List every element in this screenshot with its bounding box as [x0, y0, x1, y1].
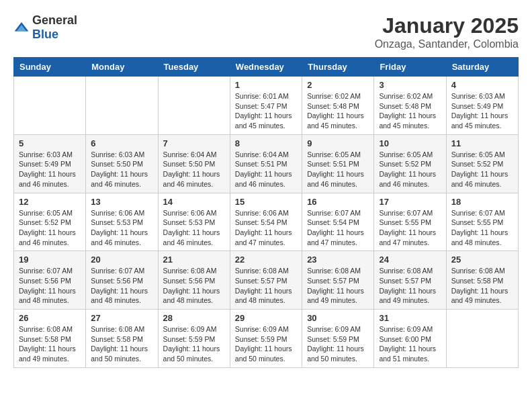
- calendar-cell: 14Sunrise: 6:06 AM Sunset: 5:53 PM Dayli…: [158, 193, 230, 251]
- day-info: Sunrise: 6:07 AM Sunset: 5:54 PM Dayligh…: [307, 208, 369, 248]
- logo-text: General Blue: [32, 13, 77, 42]
- day-number: 6: [91, 138, 152, 148]
- day-number: 17: [379, 197, 441, 207]
- day-info: Sunrise: 6:08 AM Sunset: 5:58 PM Dayligh…: [19, 324, 81, 364]
- day-number: 12: [19, 197, 81, 207]
- weekday-sunday: Sunday: [14, 58, 86, 77]
- week-row-1: 1Sunrise: 6:01 AM Sunset: 5:47 PM Daylig…: [14, 77, 519, 135]
- day-info: Sunrise: 6:03 AM Sunset: 5:49 PM Dayligh…: [451, 91, 513, 131]
- day-info: Sunrise: 6:09 AM Sunset: 6:00 PM Dayligh…: [379, 324, 441, 364]
- day-number: 14: [163, 197, 225, 207]
- calendar-cell: [446, 310, 518, 368]
- weekday-tuesday: Tuesday: [158, 58, 230, 77]
- day-info: Sunrise: 6:08 AM Sunset: 5:57 PM Dayligh…: [379, 266, 441, 306]
- day-number: 4: [451, 80, 513, 90]
- week-row-2: 5Sunrise: 6:03 AM Sunset: 5:49 PM Daylig…: [14, 134, 519, 193]
- weekday-wednesday: Wednesday: [230, 58, 302, 77]
- calendar-cell: 12Sunrise: 6:05 AM Sunset: 5:52 PM Dayli…: [14, 193, 86, 251]
- day-number: 3: [379, 80, 441, 90]
- day-info: Sunrise: 6:04 AM Sunset: 5:50 PM Dayligh…: [163, 150, 225, 189]
- calendar-cell: 29Sunrise: 6:09 AM Sunset: 5:59 PM Dayli…: [230, 310, 302, 368]
- day-info: Sunrise: 6:02 AM Sunset: 5:48 PM Dayligh…: [307, 91, 369, 131]
- day-number: 7: [163, 138, 225, 148]
- header: General Blue January 2025 Onzaga, Santan…: [13, 13, 519, 50]
- day-number: 31: [379, 313, 441, 323]
- calendar-cell: 7Sunrise: 6:04 AM Sunset: 5:50 PM Daylig…: [158, 134, 230, 193]
- day-number: 1: [235, 80, 297, 90]
- day-info: Sunrise: 6:03 AM Sunset: 5:49 PM Dayligh…: [19, 150, 81, 189]
- calendar-cell: 17Sunrise: 6:07 AM Sunset: 5:55 PM Dayli…: [374, 193, 446, 251]
- calendar-cell: 20Sunrise: 6:07 AM Sunset: 5:56 PM Dayli…: [86, 251, 158, 310]
- calendar-cell: 26Sunrise: 6:08 AM Sunset: 5:58 PM Dayli…: [14, 310, 86, 368]
- calendar-cell: 4Sunrise: 6:03 AM Sunset: 5:49 PM Daylig…: [446, 77, 518, 135]
- day-info: Sunrise: 6:04 AM Sunset: 5:51 PM Dayligh…: [235, 150, 297, 189]
- day-number: 10: [379, 138, 441, 148]
- calendar-cell: [14, 77, 86, 135]
- calendar-cell: [158, 77, 230, 135]
- calendar-cell: 5Sunrise: 6:03 AM Sunset: 5:49 PM Daylig…: [14, 134, 86, 193]
- day-info: Sunrise: 6:03 AM Sunset: 5:50 PM Dayligh…: [91, 150, 152, 189]
- day-number: 26: [19, 313, 81, 323]
- calendar-cell: 3Sunrise: 6:02 AM Sunset: 5:48 PM Daylig…: [374, 77, 446, 135]
- logo-blue: Blue: [32, 28, 58, 41]
- calendar-cell: 11Sunrise: 6:05 AM Sunset: 5:52 PM Dayli…: [446, 134, 518, 193]
- day-number: 24: [379, 255, 441, 265]
- day-number: 30: [307, 313, 369, 323]
- day-number: 13: [91, 197, 152, 207]
- day-number: 29: [235, 313, 297, 323]
- logo: General Blue: [13, 13, 77, 42]
- day-number: 20: [91, 255, 152, 265]
- calendar-cell: 8Sunrise: 6:04 AM Sunset: 5:51 PM Daylig…: [230, 134, 302, 193]
- day-info: Sunrise: 6:08 AM Sunset: 5:58 PM Dayligh…: [451, 266, 513, 306]
- day-number: 27: [91, 313, 152, 323]
- day-info: Sunrise: 6:05 AM Sunset: 5:52 PM Dayligh…: [379, 150, 441, 189]
- day-number: 18: [451, 197, 513, 207]
- calendar-cell: 10Sunrise: 6:05 AM Sunset: 5:52 PM Dayli…: [374, 134, 446, 193]
- day-info: Sunrise: 6:08 AM Sunset: 5:57 PM Dayligh…: [307, 266, 369, 306]
- day-info: Sunrise: 6:01 AM Sunset: 5:47 PM Dayligh…: [235, 91, 297, 131]
- week-row-3: 12Sunrise: 6:05 AM Sunset: 5:52 PM Dayli…: [14, 193, 519, 251]
- calendar-cell: 30Sunrise: 6:09 AM Sunset: 5:59 PM Dayli…: [302, 310, 374, 368]
- day-info: Sunrise: 6:07 AM Sunset: 5:55 PM Dayligh…: [379, 208, 441, 248]
- logo-general: General: [32, 13, 77, 27]
- day-info: Sunrise: 6:06 AM Sunset: 5:54 PM Dayligh…: [235, 208, 297, 248]
- title-area: January 2025 Onzaga, Santander, Colombia: [375, 13, 519, 50]
- day-number: 28: [163, 313, 225, 323]
- calendar-cell: 23Sunrise: 6:08 AM Sunset: 5:57 PM Dayli…: [302, 251, 374, 310]
- day-info: Sunrise: 6:07 AM Sunset: 5:56 PM Dayligh…: [19, 266, 81, 306]
- day-number: 11: [451, 138, 513, 148]
- calendar-cell: 6Sunrise: 6:03 AM Sunset: 5:50 PM Daylig…: [86, 134, 158, 193]
- calendar-cell: 16Sunrise: 6:07 AM Sunset: 5:54 PM Dayli…: [302, 193, 374, 251]
- day-info: Sunrise: 6:06 AM Sunset: 5:53 PM Dayligh…: [163, 208, 225, 248]
- calendar-cell: 1Sunrise: 6:01 AM Sunset: 5:47 PM Daylig…: [230, 77, 302, 135]
- calendar-cell: 31Sunrise: 6:09 AM Sunset: 6:00 PM Dayli…: [374, 310, 446, 368]
- weekday-header-row: SundayMondayTuesdayWednesdayThursdayFrid…: [14, 58, 519, 77]
- day-info: Sunrise: 6:08 AM Sunset: 5:56 PM Dayligh…: [163, 266, 225, 306]
- location-title: Onzaga, Santander, Colombia: [375, 38, 519, 50]
- weekday-thursday: Thursday: [302, 58, 374, 77]
- day-info: Sunrise: 6:05 AM Sunset: 5:52 PM Dayligh…: [19, 208, 81, 248]
- calendar-cell: 15Sunrise: 6:06 AM Sunset: 5:54 PM Dayli…: [230, 193, 302, 251]
- calendar-cell: 28Sunrise: 6:09 AM Sunset: 5:59 PM Dayli…: [158, 310, 230, 368]
- weekday-saturday: Saturday: [446, 58, 518, 77]
- day-info: Sunrise: 6:09 AM Sunset: 5:59 PM Dayligh…: [163, 324, 225, 364]
- day-number: 19: [19, 255, 81, 265]
- weekday-monday: Monday: [86, 58, 158, 77]
- calendar-cell: 19Sunrise: 6:07 AM Sunset: 5:56 PM Dayli…: [14, 251, 86, 310]
- day-number: 21: [163, 255, 225, 265]
- calendar-table: SundayMondayTuesdayWednesdayThursdayFrid…: [13, 57, 519, 368]
- day-info: Sunrise: 6:07 AM Sunset: 5:56 PM Dayligh…: [91, 266, 152, 306]
- week-row-4: 19Sunrise: 6:07 AM Sunset: 5:56 PM Dayli…: [14, 251, 519, 310]
- day-info: Sunrise: 6:05 AM Sunset: 5:51 PM Dayligh…: [307, 150, 369, 189]
- day-number: 23: [307, 255, 369, 265]
- calendar-cell: 21Sunrise: 6:08 AM Sunset: 5:56 PM Dayli…: [158, 251, 230, 310]
- day-info: Sunrise: 6:09 AM Sunset: 5:59 PM Dayligh…: [307, 324, 369, 364]
- weekday-friday: Friday: [374, 58, 446, 77]
- day-info: Sunrise: 6:07 AM Sunset: 5:55 PM Dayligh…: [451, 208, 513, 248]
- calendar-cell: 24Sunrise: 6:08 AM Sunset: 5:57 PM Dayli…: [374, 251, 446, 310]
- calendar-cell: 2Sunrise: 6:02 AM Sunset: 5:48 PM Daylig…: [302, 77, 374, 135]
- day-info: Sunrise: 6:09 AM Sunset: 5:59 PM Dayligh…: [235, 324, 297, 364]
- calendar-cell: 22Sunrise: 6:08 AM Sunset: 5:57 PM Dayli…: [230, 251, 302, 310]
- logo-icon: [13, 19, 30, 36]
- day-info: Sunrise: 6:06 AM Sunset: 5:53 PM Dayligh…: [91, 208, 152, 248]
